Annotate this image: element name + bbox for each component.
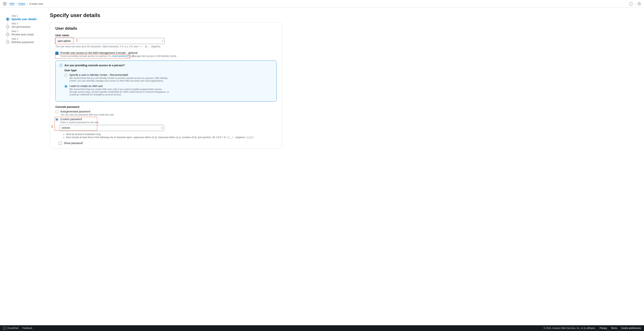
console-access-checkbox[interactable]: ✓ bbox=[56, 52, 58, 55]
external-link-icon bbox=[127, 55, 129, 57]
step-2[interactable]: Step 2 Set permissions bbox=[6, 21, 50, 28]
annotation-3: 3 bbox=[51, 125, 53, 128]
radio-selected bbox=[64, 85, 68, 88]
pw-req-2: Must include at least three of the follo… bbox=[66, 136, 276, 139]
radio-custom-password[interactable]: Custom password Enter a custom password … bbox=[56, 118, 276, 131]
settings-icon[interactable]: ◔ bbox=[638, 2, 641, 5]
info-icon[interactable]: i bbox=[629, 2, 633, 5]
step-number: Step 4 bbox=[12, 37, 34, 40]
console-password-heading: Console password bbox=[56, 105, 276, 108]
radio-custom-hint: Enter a custom password for the user. bbox=[60, 121, 160, 124]
step-marker-active bbox=[6, 18, 9, 21]
step-marker bbox=[6, 33, 9, 36]
chevron-right-icon: › bbox=[16, 2, 17, 5]
step-number: Step 2 bbox=[12, 22, 31, 25]
radio-identity-label: Specify a user in Identity Center - Reco… bbox=[70, 73, 169, 76]
user-type-infobox: i Are you providing console access to a … bbox=[56, 60, 276, 101]
menu-icon[interactable] bbox=[3, 2, 6, 5]
step-label: Set permissions bbox=[12, 25, 31, 28]
infobox-header: Are you providing console access to a pe… bbox=[64, 64, 125, 67]
pw-req-1: Must be at least 8 characters long bbox=[66, 133, 276, 136]
radio-iam-hint: We recommend that you create IAM users o… bbox=[70, 88, 169, 96]
radio-auto-label: Autogenerated password bbox=[60, 110, 114, 113]
user-type-heading: User type bbox=[64, 69, 272, 72]
topbar: IAM › Users › Create user i ◔ bbox=[0, 0, 644, 8]
step-3[interactable]: Step 3 Review and create bbox=[6, 29, 50, 36]
password-input[interactable] bbox=[60, 125, 164, 131]
radio-unselected bbox=[56, 110, 58, 113]
show-password-label: Show password bbox=[64, 142, 83, 145]
radio-identity-center[interactable]: Specify a user in Identity Center - Reco… bbox=[64, 73, 272, 82]
username-label: User name bbox=[56, 34, 276, 37]
breadcrumb-current: Create user bbox=[29, 2, 43, 5]
radio-iam-label: I want to create an IAM user bbox=[70, 84, 169, 87]
best-practice-link[interactable]: best practice bbox=[114, 55, 126, 57]
step-marker bbox=[6, 41, 9, 44]
console-access-label: Provide user access to the AWS Managemen… bbox=[60, 51, 138, 54]
info-icon: i bbox=[60, 64, 62, 67]
breadcrumb: IAM › Users › Create user bbox=[10, 2, 43, 5]
step-label: Specify user details bbox=[12, 18, 37, 21]
step-label: Review and create bbox=[12, 33, 34, 36]
annotation-1: 1 bbox=[76, 39, 78, 42]
username-input[interactable] bbox=[56, 38, 165, 44]
show-password-checkbox[interactable] bbox=[59, 142, 62, 145]
radio-selected bbox=[56, 118, 58, 121]
annotation-2: 2 bbox=[132, 54, 134, 58]
step-number: Step 1 bbox=[12, 14, 37, 17]
radio-iam-user[interactable]: I want to create an IAM user We recommen… bbox=[64, 84, 272, 96]
step-1[interactable]: Step 1 Specify user details bbox=[6, 14, 50, 21]
step-marker bbox=[6, 25, 9, 28]
password-requirements: Must be at least 8 characters long Must … bbox=[63, 133, 276, 139]
wizard-steps: Step 1 Specify user details Step 2 Set p… bbox=[0, 12, 50, 149]
radio-custom-label: Custom password bbox=[60, 118, 164, 121]
radio-autogenerated[interactable]: Autogenerated password You can view the … bbox=[56, 110, 276, 116]
radio-auto-hint: You can view the password after you crea… bbox=[60, 113, 114, 116]
autofill-icon: ⎙ bbox=[162, 40, 163, 42]
breadcrumb-users[interactable]: Users bbox=[18, 2, 26, 5]
username-hint: The user name can have up to 64 characte… bbox=[56, 45, 276, 48]
step-4[interactable]: Step 4 Retrieve password bbox=[6, 37, 50, 44]
step-label: Retrieve password bbox=[12, 41, 34, 44]
step-number: Step 3 bbox=[12, 30, 34, 32]
page-title: Specify user details bbox=[50, 12, 282, 18]
separator bbox=[635, 2, 635, 6]
user-details-panel: User details User name ⎙ 1 The user name… bbox=[50, 22, 282, 149]
radio-unselected bbox=[64, 74, 68, 77]
chevron-right-icon: › bbox=[27, 2, 28, 5]
radio-identity-hint: We recommend that you use Identity Cente… bbox=[70, 77, 169, 82]
console-access-hint: If you're providing console access to a … bbox=[60, 55, 177, 57]
autofill-icon: ⎙ bbox=[161, 127, 162, 129]
breadcrumb-iam[interactable]: IAM bbox=[10, 2, 14, 5]
panel-title: User details bbox=[56, 26, 276, 31]
